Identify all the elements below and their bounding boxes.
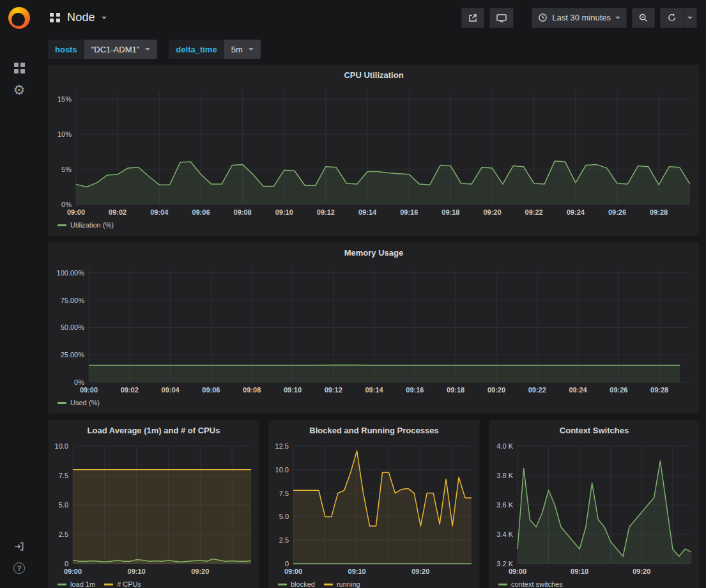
top-nav: Node Last 30	[38, 0, 706, 35]
legend-item[interactable]: Utilization (%)	[58, 221, 114, 229]
variable-hosts[interactable]: hosts "DC1-ADM1"	[48, 40, 157, 59]
svg-text:09:24: 09:24	[567, 208, 585, 216]
legend-item[interactable]: blocked	[278, 580, 315, 588]
svg-text:09:22: 09:22	[528, 386, 546, 394]
legend-item[interactable]: running	[324, 580, 360, 588]
svg-text:09:08: 09:08	[234, 208, 252, 216]
svg-text:09:28: 09:28	[650, 386, 668, 394]
svg-text:10%: 10%	[58, 130, 72, 138]
sidebar-item-dashboards[interactable]	[6, 57, 32, 79]
svg-text:2.5: 2.5	[279, 536, 289, 544]
dashboard-title-dropdown[interactable]: Node	[50, 11, 107, 24]
memory-usage-chart[interactable]: 0%25.00%50.00%75.00%100.00%09:0009:0209:…	[49, 262, 699, 396]
legend-label: Utilization (%)	[70, 221, 114, 229]
cpu-utilization-chart[interactable]: 0%5%10%15%09:0009:0209:0409:0609:0809:10…	[49, 84, 699, 219]
chevron-down-icon	[687, 17, 693, 19]
blocked-running-chart[interactable]: 02.55.07.510.012.509:0009:1009:20	[269, 440, 479, 578]
svg-text:09:20: 09:20	[483, 208, 501, 216]
legend-item[interactable]: # CPUs	[104, 580, 141, 588]
variable-value: "DC1-ADM1"	[91, 45, 140, 54]
panel-title[interactable]: CPU Utilization	[49, 65, 699, 84]
svg-text:3.8 K: 3.8 K	[496, 472, 513, 479]
legend-item[interactable]: context switches	[498, 580, 563, 588]
share-button[interactable]	[461, 8, 484, 28]
panel-title[interactable]: Blocked and Running Processes	[269, 421, 479, 440]
panel-title[interactable]: Memory Usage	[49, 243, 699, 262]
legend-item[interactable]: Used (%)	[58, 399, 100, 406]
svg-text:75.00%: 75.00%	[61, 297, 85, 304]
svg-text:09:24: 09:24	[569, 386, 587, 394]
svg-text:09:18: 09:18	[441, 208, 459, 216]
svg-text:10.0: 10.0	[55, 442, 68, 450]
legend-item[interactable]: load 1m	[58, 580, 95, 588]
load-average-chart[interactable]: 02.55.07.510.009:0009:1009:20	[49, 440, 259, 578]
svg-text:0%: 0%	[61, 201, 72, 208]
page-title: Node	[67, 11, 95, 24]
legend-label: context switches	[511, 580, 563, 588]
time-range-label: Last 30 minutes	[552, 13, 611, 22]
panel-context-switches: Context Switches 3.2 K3.4 K3.6 K3.8 K4.0…	[489, 420, 700, 588]
panel-title[interactable]: Load Average (1m) and # of CPUs	[49, 421, 259, 440]
svg-text:7.5: 7.5	[59, 472, 68, 479]
svg-text:09:00: 09:00	[80, 386, 98, 394]
variable-label: hosts	[48, 40, 84, 59]
svg-text:09:20: 09:20	[191, 568, 209, 575]
search-icon	[638, 13, 648, 23]
svg-text:09:00: 09:00	[64, 568, 82, 575]
chevron-down-icon	[249, 48, 254, 50]
cycle-view-button[interactable]	[489, 8, 514, 28]
sign-in-icon	[13, 541, 25, 552]
panel-blocked-running: Blocked and Running Processes 02.55.07.5…	[268, 420, 480, 588]
variable-delta-time[interactable]: delta_time 5m	[169, 40, 260, 59]
sidebar-item-configuration[interactable]: ⚙	[6, 79, 32, 100]
variable-value-dropdown[interactable]: "DC1-ADM1"	[84, 40, 158, 59]
svg-text:09:10: 09:10	[284, 386, 302, 394]
refresh-interval-dropdown[interactable]	[683, 8, 697, 28]
svg-text:09:02: 09:02	[121, 386, 139, 394]
svg-text:3.2 K: 3.2 K	[496, 560, 513, 568]
sidebar: ⚙ ?	[0, 0, 38, 588]
sidebar-item-sign-in[interactable]	[6, 536, 32, 557]
zoom-out-button[interactable]	[632, 8, 655, 28]
sidebar-item-help[interactable]: ?	[6, 557, 32, 579]
top-nav-actions: Last 30 minutes	[461, 8, 697, 28]
svg-text:09:10: 09:10	[571, 568, 588, 575]
context-switches-chart[interactable]: 3.2 K3.4 K3.6 K3.8 K4.0 K09:0009:1009:20	[489, 440, 699, 578]
refresh-button[interactable]	[660, 8, 683, 28]
monitor-icon	[496, 13, 507, 23]
chart-legend: load 1m# CPUs	[49, 578, 259, 588]
legend-label: Used (%)	[70, 399, 100, 406]
svg-text:09:00: 09:00	[509, 568, 526, 575]
svg-text:09:10: 09:10	[275, 208, 293, 216]
svg-text:09:16: 09:16	[406, 386, 424, 394]
legend-color-mark	[58, 224, 66, 226]
legend-color-mark	[104, 584, 113, 585]
variable-value-dropdown[interactable]: 5m	[224, 40, 261, 59]
svg-text:09:26: 09:26	[608, 208, 626, 216]
svg-text:3.4 K: 3.4 K	[496, 530, 513, 538]
svg-text:09:20: 09:20	[633, 568, 650, 575]
legend-label: blocked	[291, 580, 315, 588]
main-area: Node Last 30	[38, 0, 706, 588]
legend-label: load 1m	[70, 580, 95, 588]
svg-text:5.0: 5.0	[59, 501, 68, 509]
grafana-logo[interactable]	[0, 0, 38, 35]
legend-color-mark	[498, 584, 507, 585]
svg-text:09:02: 09:02	[109, 208, 127, 216]
chart-legend: Used (%)	[49, 396, 699, 406]
svg-text:09:04: 09:04	[162, 386, 180, 394]
time-range-picker[interactable]: Last 30 minutes	[532, 8, 627, 28]
svg-text:12.5: 12.5	[275, 442, 289, 450]
svg-text:09:20: 09:20	[487, 386, 505, 394]
svg-text:09:04: 09:04	[150, 208, 169, 216]
svg-text:5.0: 5.0	[279, 513, 289, 520]
svg-text:09:14: 09:14	[365, 386, 384, 394]
variable-value: 5m	[231, 45, 243, 54]
panel-title[interactable]: Context Switches	[489, 421, 699, 440]
svg-text:0: 0	[65, 560, 68, 568]
chevron-down-icon	[145, 48, 150, 50]
svg-text:09:14: 09:14	[358, 208, 377, 216]
svg-text:0%: 0%	[74, 378, 84, 386]
svg-text:7.5: 7.5	[279, 490, 289, 497]
svg-text:09:26: 09:26	[610, 386, 627, 394]
